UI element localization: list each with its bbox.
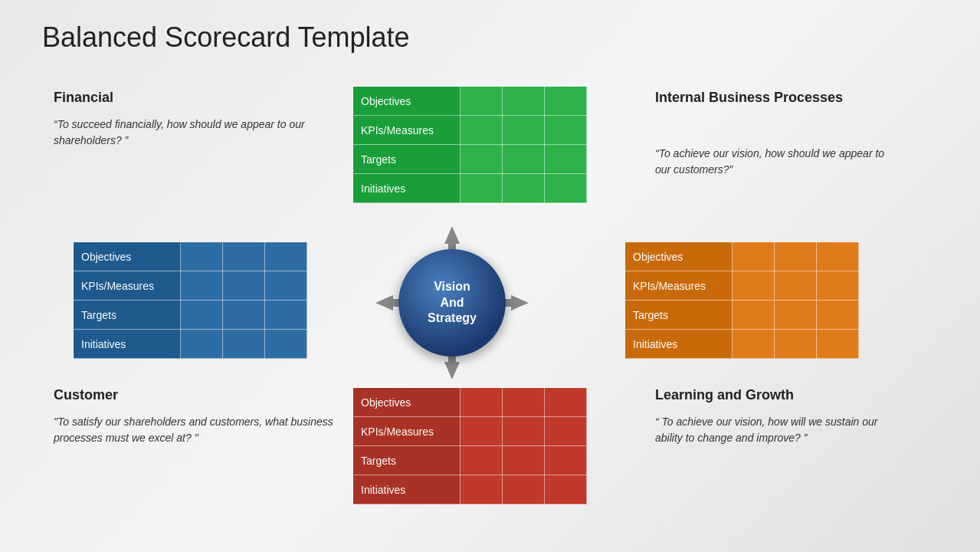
learning-row-4: Initiatives — [353, 475, 461, 504]
internal-desc: “To achieve our vision, how should we ap… — [655, 146, 893, 178]
internal-row-4: Initiatives — [625, 330, 733, 359]
customer-table: Objectives KPIs/Measures Targets Initiat… — [73, 242, 307, 359]
internal-row-3: Targets — [625, 301, 733, 330]
learning-desc: “ To achieve our vision, how will we sus… — [655, 414, 900, 446]
vision-strategy-text: Vision And Strategy — [398, 249, 506, 356]
financial-row-3: Targets — [353, 145, 461, 174]
customer-label: Customer — [54, 387, 118, 404]
learning-label: Learning and Growth — [655, 387, 900, 404]
internal-table: Objectives KPIs/Measures Targets Initiat… — [624, 242, 859, 359]
financial-label: Financial — [54, 90, 113, 107]
financial-desc: “To succeed financially, how should we a… — [54, 117, 329, 149]
learning-table: Objectives KPIs/Measures Targets Initiat… — [352, 387, 587, 504]
learning-row-2: KPIs/Measures — [353, 417, 461, 446]
learning-row-1: Objectives — [353, 388, 461, 417]
financial-row-1: Objectives — [353, 87, 461, 116]
customer-row-1: Objectives — [74, 242, 181, 271]
page-title: Balanced Scorecard Template — [42, 21, 410, 54]
internal-row-1: Objectives — [625, 242, 733, 271]
customer-row-4: Initiatives — [74, 330, 181, 359]
financial-row-4: Initiatives — [353, 174, 461, 203]
customer-desc: "To satisfy our shareholders and custome… — [54, 414, 345, 446]
internal-row-2: KPIs/Measures — [625, 271, 733, 301]
customer-row-3: Targets — [74, 301, 181, 330]
learning-row-3: Targets — [353, 446, 461, 475]
internal-label: Internal Business Processes — [655, 90, 893, 107]
financial-table: Objectives KPIs/Measures Targets Initiat… — [352, 86, 587, 203]
customer-row-2: KPIs/Measures — [74, 271, 181, 301]
financial-row-2: KPIs/Measures — [353, 116, 461, 145]
